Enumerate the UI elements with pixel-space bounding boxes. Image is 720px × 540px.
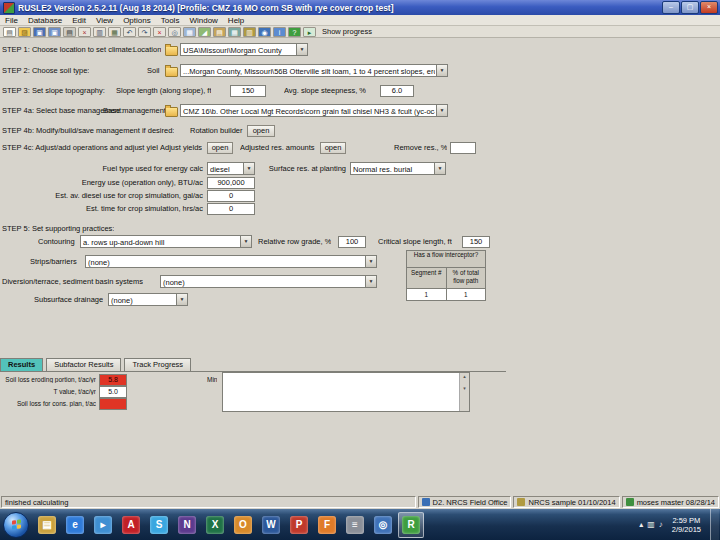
slope-length-input[interactable]: 150 bbox=[230, 85, 266, 97]
taskbar-internet-explorer[interactable]: e bbox=[62, 512, 88, 538]
taskbar-excel[interactable]: X bbox=[202, 512, 228, 538]
tab-track-progress[interactable]: Track Progress bbox=[124, 358, 191, 371]
taskbar-windows-explorer[interactable]: ▤ bbox=[34, 512, 60, 538]
cut-icon[interactable]: × bbox=[78, 27, 91, 37]
taskbar-media-player[interactable]: ▸ bbox=[90, 512, 116, 538]
table-icon[interactable]: ▦ bbox=[228, 27, 241, 37]
maximize-button[interactable]: ▢ bbox=[681, 1, 699, 14]
chevron-down-icon[interactable]: ▼ bbox=[240, 236, 251, 247]
status-template-panel[interactable]: D2. NRCS Field Office bbox=[418, 496, 512, 508]
row-grade-input[interactable]: 100 bbox=[338, 236, 366, 248]
info-icon[interactable]: i bbox=[273, 27, 286, 37]
show-desktop-button[interactable] bbox=[710, 509, 719, 540]
soil-dropdown[interactable]: ...Morgan County, Missouri\56B Ottervill… bbox=[180, 64, 448, 77]
system-tray: ▴ ▥ ♪ 2:59 PM 2/9/2015 bbox=[639, 509, 720, 540]
rotation-builder-open-button[interactable]: open bbox=[247, 125, 275, 137]
chevron-down-icon[interactable]: ▼ bbox=[365, 256, 376, 267]
database-icon[interactable]: ▥ bbox=[243, 27, 256, 37]
taskbar-onenote[interactable]: N bbox=[174, 512, 200, 538]
graph-icon[interactable]: ◢ bbox=[198, 27, 211, 37]
copy-icon[interactable]: ▥ bbox=[93, 27, 106, 37]
report-icon[interactable]: ▤ bbox=[213, 27, 226, 37]
soil-loss-label: Soil loss eroding portion, t/ac/yr bbox=[0, 376, 96, 383]
contouring-dropdown[interactable]: a. rows up-and-down hill▼ bbox=[80, 235, 252, 248]
step5-label: STEP 5: Set supporting practices: bbox=[2, 224, 114, 233]
interceptor-cell-flowpath[interactable]: 1 bbox=[447, 289, 486, 300]
drainage-dropdown[interactable]: (none)▼ bbox=[108, 293, 188, 306]
soil-folder-icon[interactable] bbox=[165, 67, 178, 77]
save-all-icon[interactable]: ▣ bbox=[48, 27, 61, 37]
find-icon[interactable]: ◎ bbox=[168, 27, 181, 37]
critical-length-input[interactable]: 150 bbox=[462, 236, 490, 248]
taskbar-outlook[interactable]: O bbox=[230, 512, 256, 538]
new-profile-icon[interactable]: ▤ bbox=[3, 27, 16, 37]
tab-results[interactable]: Results bbox=[0, 358, 43, 371]
diversion-dropdown[interactable]: (none)▼ bbox=[160, 275, 377, 288]
taskbar-adobe-reader[interactable]: A bbox=[118, 512, 144, 538]
minimize-button[interactable]: – bbox=[662, 1, 680, 14]
help-icon[interactable]: ? bbox=[288, 27, 301, 37]
strips-dropdown[interactable]: (none)▼ bbox=[85, 255, 377, 268]
scrollbar[interactable]: ▴▾ bbox=[459, 373, 469, 411]
adjusted-res-open-button[interactable]: open bbox=[320, 142, 346, 154]
open-file-icon[interactable]: ▨ bbox=[18, 27, 31, 37]
chevron-down-icon[interactable]: ▼ bbox=[434, 163, 445, 174]
menu-view[interactable]: View bbox=[91, 16, 118, 25]
database-icon bbox=[517, 498, 525, 506]
interceptor-cell-segment[interactable]: 1 bbox=[407, 289, 447, 300]
chevron-down-icon[interactable]: ▼ bbox=[436, 65, 447, 76]
globe-icon[interactable]: ◉ bbox=[258, 27, 271, 37]
show-progress-icon[interactable]: ▸ bbox=[303, 27, 316, 37]
undo-icon[interactable]: ↶ bbox=[123, 27, 136, 37]
volume-icon[interactable]: ♪ bbox=[659, 520, 663, 529]
taskbar-skype[interactable]: S bbox=[146, 512, 172, 538]
adjust-yields-open-button[interactable]: open bbox=[207, 142, 233, 154]
status-user-panel[interactable]: moses master 08/28/14 bbox=[622, 496, 719, 508]
menu-window[interactable]: Window bbox=[184, 16, 222, 25]
slope-steepness-input[interactable]: 6.0 bbox=[380, 85, 414, 97]
taskbar-powerpoint[interactable]: P bbox=[286, 512, 312, 538]
hidden-icons-button[interactable]: ▴ bbox=[639, 520, 643, 529]
location-folder-icon[interactable] bbox=[165, 46, 178, 56]
menu-help[interactable]: Help bbox=[223, 16, 249, 25]
taskbar-network-app[interactable]: ◎ bbox=[370, 512, 396, 538]
close-button[interactable]: × bbox=[700, 1, 718, 14]
menu-file[interactable]: File bbox=[0, 16, 23, 25]
taskbar-notepad[interactable]: ≡ bbox=[342, 512, 368, 538]
menu-edit[interactable]: Edit bbox=[67, 16, 91, 25]
start-button[interactable] bbox=[3, 512, 29, 538]
taskbar-word[interactable]: W bbox=[258, 512, 284, 538]
redo-icon[interactable]: ↷ bbox=[138, 27, 151, 37]
results-notes-box[interactable]: ▴▾ bbox=[222, 372, 470, 412]
base-management-dropdown[interactable]: CMZ 16\b. Other Local Mgt Records\corn g… bbox=[180, 104, 448, 117]
chevron-down-icon[interactable]: ▼ bbox=[436, 105, 447, 116]
chevron-down-icon[interactable]: ▼ bbox=[296, 44, 307, 55]
taskbar-firefox[interactable]: F bbox=[314, 512, 340, 538]
notepad-icon: ≡ bbox=[346, 516, 364, 534]
menu-tools[interactable]: Tools bbox=[156, 16, 185, 25]
delete-icon[interactable]: × bbox=[153, 27, 166, 37]
diversion-label: Diversion/terrace, sediment basin system… bbox=[2, 277, 143, 286]
management-folder-icon[interactable] bbox=[165, 107, 178, 117]
fuel-type-dropdown[interactable]: diesel▼ bbox=[207, 162, 255, 175]
calculator-icon[interactable]: ▦ bbox=[183, 27, 196, 37]
toolbar: ▤▨▣▣▤×▥▦↶↷×◎▦◢▤▦▥◉i? ▸ Show progress bbox=[0, 26, 720, 38]
location-dropdown[interactable]: USA\Missouri\Morgan County▼ bbox=[180, 43, 308, 56]
print-icon[interactable]: ▤ bbox=[63, 27, 76, 37]
menu-database[interactable]: Database bbox=[23, 16, 67, 25]
monitor-icon bbox=[422, 498, 430, 506]
status-message: finished calculating bbox=[1, 496, 416, 508]
surface-res-dropdown[interactable]: Normal res. burial▼ bbox=[350, 162, 446, 175]
network-app-icon: ◎ bbox=[374, 516, 392, 534]
menu-options[interactable]: Options bbox=[118, 16, 156, 25]
save-icon[interactable]: ▣ bbox=[33, 27, 46, 37]
tab-subfactor-results[interactable]: Subfactor Results bbox=[46, 358, 121, 371]
status-database-panel[interactable]: NRCS sample 01/10/2014 bbox=[513, 496, 619, 508]
paste-icon[interactable]: ▦ bbox=[108, 27, 121, 37]
network-icon[interactable]: ▥ bbox=[647, 520, 655, 529]
remove-res-input[interactable] bbox=[450, 142, 476, 154]
taskbar-clock[interactable]: 2:59 PM 2/9/2015 bbox=[667, 516, 706, 534]
taskbar-rusle2[interactable]: R bbox=[398, 512, 424, 538]
chevron-down-icon[interactable]: ▼ bbox=[176, 294, 187, 305]
chevron-down-icon[interactable]: ▼ bbox=[365, 276, 376, 287]
